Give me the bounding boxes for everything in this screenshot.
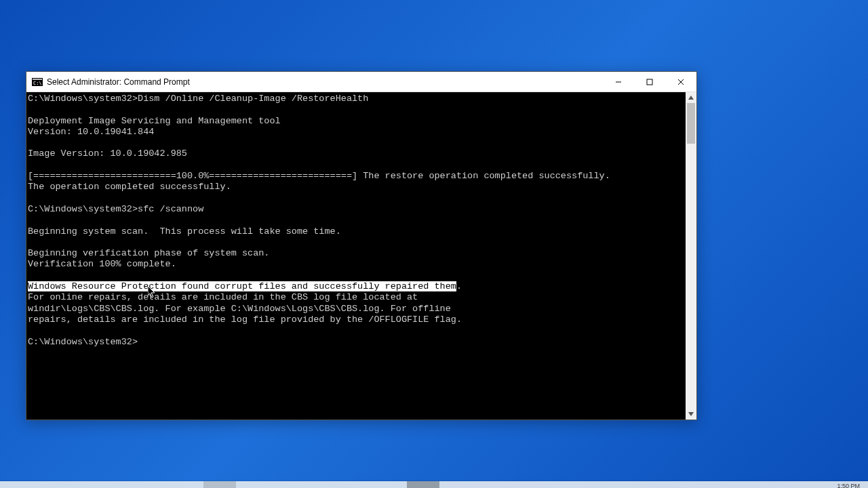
prompt-line: C:\Windows\system32>Dism /Online /Cleanu… — [28, 94, 368, 104]
scroll-down-arrow-icon[interactable] — [686, 409, 696, 420]
output-line: Beginning system scan. This process will… — [28, 226, 341, 237]
progress-line: [==========================100.0%=======… — [28, 171, 610, 181]
minimize-button[interactable] — [603, 72, 634, 92]
cmd-icon: C:\ — [32, 77, 43, 87]
taskbar-item[interactable] — [203, 481, 236, 488]
titlebar[interactable]: C:\ Select Administrator: Command Prompt — [26, 72, 696, 92]
svg-marker-7 — [688, 96, 694, 100]
scroll-up-arrow-icon[interactable] — [686, 92, 696, 103]
taskbar[interactable]: 1:50 PM — [0, 481, 868, 488]
prompt-line: C:\Windows\system32> — [28, 337, 138, 347]
output-line: Verification 100% complete. — [28, 259, 176, 269]
output-line: For online repairs, details are included… — [28, 292, 418, 302]
output-line: Deployment Image Servicing and Managemen… — [28, 116, 281, 126]
output-line: Beginning verification phase of system s… — [28, 248, 269, 258]
maximize-button[interactable] — [634, 72, 665, 92]
svg-text:C:\: C:\ — [33, 81, 42, 86]
vertical-scrollbar[interactable] — [686, 92, 696, 420]
command-prompt-window: C:\ Select Administrator: Command Prompt… — [26, 71, 697, 420]
window-controls — [603, 72, 696, 92]
clock[interactable]: 1:50 PM — [837, 483, 860, 488]
output-line: The operation completed successfully. — [28, 182, 231, 192]
window-title: Select Administrator: Command Prompt — [47, 77, 603, 87]
output-line: Image Version: 10.0.19042.985 — [28, 148, 187, 159]
selected-text: Windows Resource Protection found corrup… — [28, 281, 456, 291]
output-line: windir\Logs\CBS\CBS.log. For example C:\… — [28, 304, 451, 314]
prompt-line: C:\Windows\system32>sfc /scannow — [28, 204, 203, 214]
svg-rect-1 — [33, 79, 42, 80]
svg-marker-8 — [688, 412, 694, 416]
svg-rect-4 — [647, 79, 652, 85]
scroll-thumb[interactable] — [687, 103, 695, 144]
taskbar-item[interactable] — [407, 481, 439, 488]
console-output[interactable]: C:\Windows\system32>Dism /Online /Cleanu… — [26, 92, 686, 420]
close-button[interactable] — [665, 72, 696, 92]
console-area: C:\Windows\system32>Dism /Online /Cleanu… — [26, 92, 696, 420]
output-line: Version: 10.0.19041.844 — [28, 127, 154, 137]
output-line: repairs, details are included in the log… — [28, 314, 462, 325]
